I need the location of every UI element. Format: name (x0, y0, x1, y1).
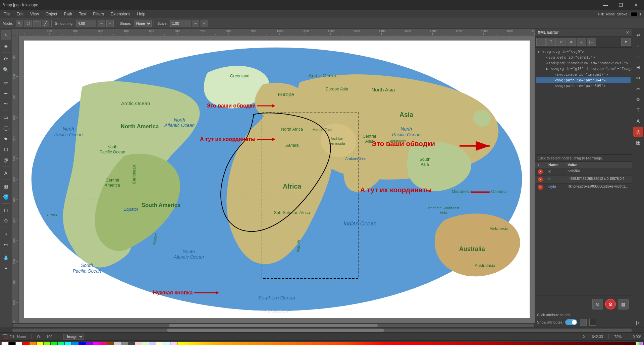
menu-filters[interactable]: Filters (90, 10, 107, 18)
smoothing-dec-btn[interactable]: − (98, 20, 105, 27)
attr-delete-style[interactable]: ✕ (538, 185, 543, 190)
xml-editor-close[interactable]: ✕ (626, 30, 629, 35)
palette-bluelight[interactable] (149, 342, 156, 345)
attr-val-d[interactable]: m999.57469,266.83012 c 0.15576,0.43289 -… (565, 176, 632, 183)
attr-val-id[interactable]: path364 (565, 168, 632, 176)
tool-3d[interactable]: ⬡ (1, 144, 11, 154)
h-scrollbar-track[interactable] (12, 329, 632, 332)
show-attr-toggle[interactable] (565, 319, 577, 325)
no-fill-swatch[interactable] (1, 342, 8, 345)
tool-spiral[interactable]: @ (1, 155, 11, 165)
horizontal-scrollbar[interactable] (12, 323, 535, 328)
palette-cyanlight[interactable] (163, 342, 170, 345)
palette-black[interactable] (8, 342, 15, 345)
palette-greenlight[interactable] (142, 342, 149, 345)
dark-btn-1[interactable] (580, 319, 587, 326)
attr-delete-id[interactable]: ✕ (538, 169, 543, 175)
tool-eraser[interactable]: ◻ (1, 205, 11, 215)
xml-indent-btn[interactable]: →| (577, 38, 586, 46)
shape-select[interactable]: None (134, 20, 152, 27)
tree-item-image17[interactable]: <svg:image id="image17"> (536, 72, 631, 77)
menu-path[interactable]: Path (61, 10, 76, 18)
smoothing-inc-btn[interactable]: + (106, 20, 114, 27)
scale-input[interactable] (170, 20, 191, 27)
palette-lightgray[interactable] (114, 342, 121, 345)
xml-new-comment-btn[interactable]: <! (556, 38, 566, 46)
menu-object[interactable]: Object (42, 10, 61, 18)
palette-violet[interactable] (86, 342, 93, 345)
palette-yellow[interactable] (37, 342, 43, 345)
palette-magentalight[interactable] (170, 342, 177, 345)
fr-btn-1[interactable]: ↔ (633, 41, 643, 51)
palette-blue[interactable] (79, 342, 86, 345)
fr-btn-6[interactable]: ⚙ (633, 94, 643, 105)
tool-spray[interactable]: ✦ (1, 263, 11, 273)
tool-measure[interactable]: ⊷ (1, 239, 11, 250)
palette-cyan[interactable] (65, 342, 71, 345)
fr-btn-9[interactable]: ◎ (633, 127, 643, 137)
tool-connector[interactable]: ⤷ (1, 229, 11, 239)
tree-item-namedview[interactable]: <sodipodi:namedview id="namedview11"> (536, 60, 631, 66)
tree-item-defs[interactable]: <svg:defs id="defs13"> (536, 55, 631, 60)
fr-btn-0[interactable]: ↩ (633, 30, 643, 40)
xml-new-text-btn[interactable]: T (546, 38, 556, 46)
menu-text[interactable]: Text (75, 10, 90, 18)
tool-ellipse[interactable]: ◯ (1, 123, 11, 133)
tool-tweak[interactable]: ⟳ (1, 54, 11, 64)
palette-orange[interactable] (30, 342, 36, 345)
scale-inc-btn[interactable]: + (201, 20, 208, 27)
fr-btn-4[interactable]: ✂ (633, 73, 643, 83)
tool-clone[interactable]: ⊕ (1, 216, 11, 226)
mode-curve-btn[interactable]: ⌒ (33, 20, 41, 27)
fr-btn-10[interactable]: ▦ (633, 137, 643, 147)
smoothing-input[interactable] (76, 20, 96, 27)
minimize-button[interactable]: — (598, 0, 613, 10)
xml-menu-btn[interactable]: ▼ (621, 38, 631, 46)
palette-green[interactable] (51, 342, 57, 345)
attr-delete-d[interactable]: ✕ (538, 177, 543, 182)
attr-name-d[interactable]: d (546, 176, 565, 183)
tool-pen[interactable]: ✒ (1, 88, 11, 98)
palette-gray[interactable] (121, 342, 128, 345)
palette-darkgray[interactable] (128, 342, 135, 345)
tool-fill[interactable]: 🪣 (1, 192, 11, 202)
mode-line-btn[interactable]: ╱ (42, 20, 49, 27)
palette-lime[interactable] (44, 342, 50, 345)
scale-dec-btn[interactable]: − (192, 20, 199, 27)
tree-item-g15[interactable]: ▶ <svg:g id="g15" inkscape:label="Image"… (536, 66, 631, 72)
scrollbar-thumb[interactable] (169, 324, 378, 327)
fr-btn-8[interactable]: A (633, 116, 643, 126)
h-scrollbar-thumb[interactable] (167, 329, 384, 332)
attr-name-style[interactable]: style (546, 183, 565, 191)
menu-extensions[interactable]: Extensions (107, 10, 134, 18)
fr-btn-expand[interactable]: ▷ (633, 318, 643, 328)
tool-pencil[interactable]: ✏ (1, 78, 11, 88)
tool-star[interactable]: ★ (1, 134, 11, 144)
palette-red[interactable] (22, 342, 29, 345)
tool-zoom[interactable]: 🔍 (1, 65, 11, 75)
dark-btn-2[interactable] (589, 319, 596, 326)
tree-item-path364[interactable]: <svg:path id="path364"> (536, 77, 631, 83)
maximize-button[interactable]: ❐ (613, 0, 629, 10)
palette-spring[interactable] (58, 342, 64, 345)
close-button[interactable]: ✕ (629, 0, 644, 10)
xml-unindent-btn[interactable]: |← (587, 38, 596, 46)
menu-view[interactable]: View (27, 10, 42, 18)
canvas-content[interactable]: North Pacific Ocean North Pacific Ocean … (19, 36, 535, 323)
menu-help[interactable]: Help (134, 10, 149, 18)
fr-btn-2[interactable]: ↕ (633, 52, 643, 62)
tree-item-path505[interactable]: <svg:path id="path505"> (536, 83, 631, 89)
palette-rose[interactable] (100, 342, 107, 345)
palette-brown[interactable] (107, 342, 114, 345)
fr-btn-7[interactable]: T (633, 105, 643, 115)
tool-node[interactable]: ◈ (1, 41, 11, 51)
menu-edit[interactable]: Edit (13, 10, 27, 18)
mode-arrow-btn[interactable]: ↖ (16, 20, 23, 27)
xml-duplicate-btn[interactable]: ⊕ (567, 38, 576, 46)
tool-text[interactable]: A (1, 168, 11, 178)
xml-copy-button[interactable]: ⊙ (592, 299, 603, 309)
layer-select[interactable]: -Image (63, 334, 84, 340)
palette-gradient-pastel[interactable] (636, 342, 643, 345)
fr-btn-5[interactable]: ✂ (633, 84, 643, 94)
xml-grid-button[interactable]: ▦ (618, 299, 629, 309)
